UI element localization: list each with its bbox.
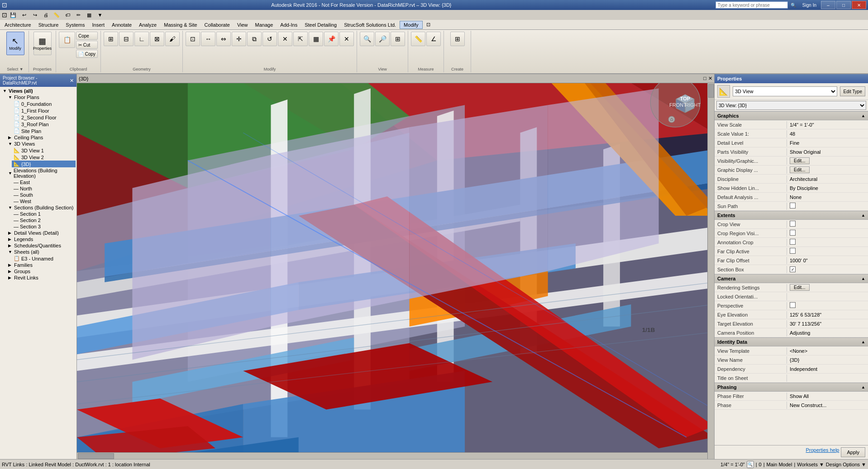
pb-elev-north[interactable]: — North bbox=[12, 185, 76, 192]
project-browser-close[interactable]: ✕ bbox=[70, 78, 74, 84]
menu-structure[interactable]: Structure bbox=[35, 21, 62, 28]
copy-button[interactable]: 📄 Copy bbox=[76, 50, 98, 58]
qat-save[interactable]: 💾 bbox=[8, 11, 18, 19]
pb-3d-views[interactable]: ▼ 3D Views bbox=[6, 141, 76, 147]
qat-annotate[interactable]: ✏ bbox=[73, 11, 83, 19]
pb-elev-south[interactable]: — South bbox=[12, 192, 76, 198]
pb-legends[interactable]: ▶ Legends bbox=[6, 236, 76, 242]
measure-angle-button[interactable]: ∠ bbox=[426, 32, 441, 46]
move-button[interactable]: ✛ bbox=[232, 32, 246, 46]
zoom-fit-button[interactable]: ⊞ bbox=[391, 32, 405, 46]
menu-view[interactable]: View bbox=[234, 21, 252, 28]
viewport[interactable]: {3D} □ ✕ bbox=[77, 74, 714, 459]
pb-section-1[interactable]: — Section 1 bbox=[12, 211, 76, 217]
cut-button[interactable]: ✂ Cut bbox=[76, 41, 98, 49]
vertical-scrollbar[interactable] bbox=[707, 83, 714, 459]
nav-cube[interactable]: TOP FRONT RIGHT ⌂ bbox=[667, 88, 703, 124]
qat-properties[interactable]: ▦ bbox=[84, 11, 94, 19]
visibility-edit-button[interactable]: Edit... bbox=[790, 157, 810, 164]
pb-floor-plans[interactable]: ▼ Floor Plans bbox=[6, 94, 76, 100]
sign-in-label[interactable]: Sign In bbox=[802, 3, 816, 8]
pb-3-roof-plan[interactable]: 📄 3_Roof Plan bbox=[12, 121, 76, 128]
qat-redo[interactable]: ↪ bbox=[30, 11, 40, 19]
menu-manage[interactable]: Manage bbox=[252, 21, 277, 28]
qat-undo[interactable]: ↩ bbox=[19, 11, 29, 19]
maximize-button[interactable]: □ bbox=[836, 1, 851, 9]
copy-modify-button[interactable]: ⧉ bbox=[247, 32, 262, 46]
menu-addins[interactable]: Add-Ins bbox=[277, 21, 301, 28]
zoom-in-button[interactable]: 🔍 bbox=[360, 32, 374, 46]
search-input[interactable] bbox=[715, 1, 788, 9]
menu-insert[interactable]: Insert bbox=[89, 21, 109, 28]
paste-button[interactable]: 📋 bbox=[59, 32, 75, 48]
offset-button[interactable]: ↔ bbox=[201, 32, 215, 46]
viewport-close[interactable]: ✕ bbox=[708, 76, 712, 81]
pb-families[interactable]: ▶ Families bbox=[6, 262, 76, 268]
array-button[interactable]: ▦ bbox=[309, 32, 323, 46]
crop-view-checkbox[interactable] bbox=[790, 221, 796, 227]
menu-strucsoft[interactable]: StrucSoft Solutions Ltd. bbox=[340, 21, 400, 28]
section-graphics[interactable]: Graphics ▲ bbox=[715, 111, 868, 120]
minimize-button[interactable]: – bbox=[821, 1, 835, 9]
trim-button[interactable]: ✕ bbox=[278, 32, 292, 46]
pb-ceiling-plans[interactable]: ▶ Ceiling Plans bbox=[6, 134, 76, 141]
qat-tag[interactable]: 🏷 bbox=[62, 11, 72, 19]
pb-section-3[interactable]: — Section 3 bbox=[12, 223, 76, 230]
cut-geometry-button[interactable]: ⊟ bbox=[119, 32, 134, 46]
pb-site-plan[interactable]: 📄 Site Plan bbox=[12, 128, 76, 134]
pb-sections[interactable]: ▼ Sections (Building Section) bbox=[6, 204, 76, 211]
close-button[interactable]: ✕ bbox=[852, 1, 866, 9]
perspective-checkbox[interactable] bbox=[790, 302, 796, 308]
measure-button[interactable]: 📏 bbox=[411, 32, 425, 46]
horizontal-scrollbar[interactable] bbox=[77, 452, 707, 459]
scale-button[interactable]: ⇱ bbox=[293, 32, 308, 46]
pb-3d-view-2[interactable]: 📐 3D View 2 bbox=[12, 154, 76, 161]
pb-elev-west[interactable]: — West bbox=[12, 198, 76, 204]
align-button[interactable]: ⊡ bbox=[186, 32, 200, 46]
annotation-crop-checkbox[interactable] bbox=[790, 239, 796, 245]
pb-1-first-floor[interactable]: 📄 1_First Floor bbox=[12, 107, 76, 114]
properties-button[interactable]: ▦ Properties bbox=[33, 32, 52, 55]
menu-collaborate[interactable]: Collaborate bbox=[201, 21, 234, 28]
properties-help-link[interactable]: Properties help bbox=[806, 447, 839, 457]
pin-button[interactable]: 📌 bbox=[324, 32, 339, 46]
section-box-checkbox[interactable] bbox=[790, 266, 796, 272]
menu-massing[interactable]: Massing & Site bbox=[160, 21, 200, 28]
graphic-display-edit-button[interactable]: Edit... bbox=[790, 166, 810, 173]
view-type-selector[interactable]: 3D View bbox=[733, 86, 837, 96]
qat-more[interactable]: ▼ bbox=[95, 11, 105, 19]
pb-2-second-floor[interactable]: 📄 2_Second Floor bbox=[12, 114, 76, 121]
pb-revit-links[interactable]: ▶ Revit Links bbox=[6, 275, 76, 281]
menu-context[interactable]: ⊡ bbox=[423, 21, 434, 28]
edit-type-button[interactable]: Edit Type bbox=[840, 86, 865, 96]
far-clip-active-checkbox[interactable] bbox=[790, 248, 796, 254]
paint-button[interactable]: 🖌 bbox=[165, 32, 180, 46]
join-geometry-button[interactable]: ⊞ bbox=[104, 32, 118, 46]
menu-architecture[interactable]: Architecture bbox=[1, 21, 35, 28]
crop-region-checkbox[interactable] bbox=[790, 230, 796, 236]
pb-views-all[interactable]: ▼ Views (all) bbox=[1, 88, 76, 94]
qat-measure[interactable]: 📏 bbox=[52, 11, 62, 19]
split-button[interactable]: ⊠ bbox=[150, 32, 164, 46]
sun-path-checkbox[interactable] bbox=[790, 203, 796, 208]
menu-annotate[interactable]: Annotate bbox=[108, 21, 135, 28]
viewport-restore[interactable]: □ bbox=[703, 76, 706, 81]
apply-button[interactable]: Apply bbox=[841, 447, 865, 457]
modify-button[interactable]: ↖ Modify bbox=[6, 32, 24, 55]
pb-0-foundation[interactable]: 📄 0_Foundation bbox=[12, 100, 76, 107]
pb-section-2[interactable]: — Section 2 bbox=[12, 217, 76, 223]
wall-join-button[interactable]: ∟ bbox=[134, 32, 149, 46]
pb-elev-east[interactable]: — East bbox=[12, 179, 76, 185]
section-extents[interactable]: Extents ▲ bbox=[715, 211, 868, 220]
pb-groups[interactable]: ▶ Groups bbox=[6, 268, 76, 275]
qat-print[interactable]: 🖨 bbox=[41, 11, 51, 19]
zoom-out-button[interactable]: 🔎 bbox=[375, 32, 390, 46]
mirror-button[interactable]: ⇔ bbox=[216, 32, 231, 46]
view-instance-selector[interactable]: 3D View: {3D} bbox=[716, 101, 866, 110]
pb-3d-view-1[interactable]: 📐 3D View 1 bbox=[12, 147, 76, 154]
create-button[interactable]: ⊞ bbox=[450, 32, 465, 46]
pb-3d-current[interactable]: 📐 {3D} bbox=[12, 161, 76, 167]
cope-button[interactable]: Cope bbox=[76, 32, 98, 40]
section-phasing[interactable]: Phasing ▲ bbox=[715, 383, 868, 392]
zoom-control[interactable]: 🔍 bbox=[747, 461, 754, 468]
